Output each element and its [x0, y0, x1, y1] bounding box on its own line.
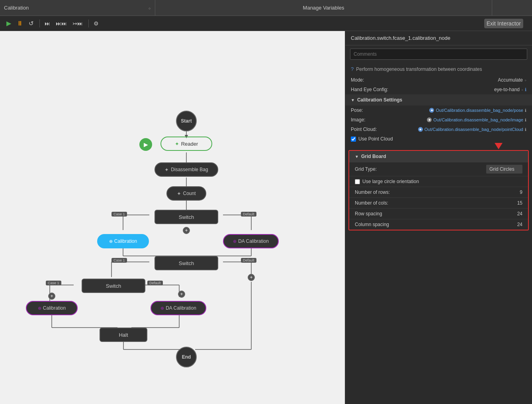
image-label: Image:: [351, 117, 399, 123]
mode-value: Accumulate: [498, 77, 523, 83]
add-btn-default[interactable]: +: [248, 274, 255, 281]
main-layout: Start ▶ ✦ Reader ✦ Disassemble Bag ✦ Cou…: [0, 31, 532, 404]
disassemble-node[interactable]: ✦ Disassemble Bag: [155, 162, 218, 177]
count-node[interactable]: ✦ Count: [166, 186, 206, 201]
hand-eye-row: Hand Eye Config: eye-to-hand ⬦ ℹ: [345, 85, 532, 94]
node-title-bar: Calibration.switch.fcase_1.calibration_n…: [345, 31, 532, 45]
toolbar-divider2: [88, 20, 89, 27]
image-ext-icon: ℹ: [525, 118, 526, 122]
cal2-icon: ⊕: [38, 306, 41, 311]
add-btn-switch1[interactable]: +: [183, 227, 190, 234]
calibration1-label: Calibration: [114, 238, 137, 244]
num-rows-value: 9: [419, 189, 522, 195]
grid-board-arrow-icon: ▼: [355, 154, 359, 159]
switch3-label: Switch: [106, 283, 121, 289]
case1-badge-switch3: Case 1: [46, 281, 61, 285]
mode-value-container[interactable]: Accumulate ⬦: [399, 77, 526, 83]
point-cloud-value: Out/Calibration.disassemble_bag_node/poi…: [424, 127, 523, 132]
calibration-settings-header[interactable]: ▼ Calibration Settings: [345, 94, 532, 105]
grid-board-title: Grid Board: [361, 154, 386, 159]
switch2-node[interactable]: Switch: [155, 256, 218, 270]
node-title-text: Calibration.switch.fcase_1.calibration_n…: [351, 35, 450, 41]
exit-interactor-button[interactable]: Exit Interactor: [484, 19, 523, 28]
flow-canvas: Start ▶ ✦ Reader ✦ Disassemble Bag ✦ Cou…: [0, 31, 345, 404]
halt-label: Halt: [119, 332, 128, 338]
end-label: End: [182, 354, 191, 360]
pause-button[interactable]: ⏸: [14, 18, 25, 29]
info-text: Perform homogeneous transformation betwe…: [356, 66, 482, 72]
calibration-dropdown[interactable]: Calibration ⬦: [0, 0, 155, 16]
pose-link[interactable]: ◆ Out/Calibration.disassemble_bag_node/p…: [399, 108, 526, 113]
comments-field[interactable]: [350, 49, 527, 60]
hand-eye-info-icon: ℹ: [525, 87, 526, 92]
start-node[interactable]: Start: [176, 111, 197, 131]
add-btn-switch3-left[interactable]: +: [48, 293, 55, 300]
grid-type-row: Grid Type: Grid Circles: [349, 162, 528, 176]
hand-eye-label: Hand Eye Config:: [351, 87, 399, 92]
num-rows-row: Number of rows: 9: [349, 187, 528, 197]
skip-to-end-button[interactable]: ⏭⏭: [53, 19, 69, 28]
point-cloud-label: Point Cloud:: [351, 127, 399, 132]
point-cloud-link[interactable]: ◆ Out/Calibration.disassemble_bag_node/p…: [399, 127, 526, 132]
image-row: Image: ◆ Out/Calibration.disassemble_bag…: [345, 115, 532, 125]
calibration2-node[interactable]: ⊕ Calibration: [26, 301, 78, 315]
use-large-circle-checkbox[interactable]: [355, 179, 360, 184]
num-cols-row: Number of cols: 15: [349, 197, 528, 208]
mode-label: Mode:: [351, 77, 399, 83]
num-cols-label: Number of cols:: [355, 200, 419, 206]
play-button[interactable]: ▶: [4, 18, 14, 29]
play-btn-reader[interactable]: ▶: [139, 138, 152, 151]
num-cols-value: 15: [419, 200, 522, 206]
image-link[interactable]: ◆ Out/Calibration.disassemble_bag_node/i…: [399, 117, 526, 122]
top-bar: Calibration ⬦ Manage Variables: [0, 0, 532, 16]
case1-badge-switch1: Case 1: [111, 212, 127, 217]
col-spacing-row: Column spacing 24: [349, 219, 528, 230]
use-point-cloud-row: Use Point Cloud: [345, 134, 532, 144]
grid-type-select[interactable]: Grid Circles: [486, 165, 522, 174]
switch1-label: Switch: [179, 214, 194, 220]
row-spacing-label: Row spacing: [355, 211, 419, 217]
start-label: Start: [181, 118, 192, 124]
calibration2-label: Calibration: [43, 305, 66, 311]
halt-node[interactable]: Halt: [100, 328, 147, 342]
grid-board-header[interactable]: ▼ Grid Board: [349, 151, 528, 162]
toolbar: ▶ ⏸ ↺ ⏭ ⏭⏭ ↣⏭ ⚙ Exit Interactor: [0, 16, 532, 31]
num-rows-label: Number of rows:: [355, 189, 419, 195]
point-cloud-ext-icon: ℹ: [525, 127, 526, 132]
refresh-button[interactable]: ↺: [26, 18, 36, 29]
pose-label: Pose:: [351, 107, 399, 113]
switch3-node[interactable]: Switch: [82, 279, 145, 293]
toolbar-divider: [39, 20, 40, 27]
mode-row: Mode: Accumulate ⬦: [345, 75, 532, 85]
disassemble-label: Disassemble Bag: [171, 167, 208, 172]
comments-input[interactable]: [350, 49, 527, 60]
switch1-node[interactable]: Switch: [155, 210, 218, 224]
use-point-cloud-label: Use Point Cloud: [358, 136, 393, 142]
grid-type-label: Grid Type:: [355, 166, 419, 172]
forward-button[interactable]: ↣⏭: [70, 19, 85, 28]
manage-variables-button[interactable]: Manage Variables: [303, 5, 344, 11]
calibration-label: Calibration: [4, 5, 147, 11]
end-node[interactable]: End: [176, 347, 197, 367]
calibration1-node[interactable]: ⊕ Calibration: [97, 234, 149, 248]
cal-settings-title: Calibration Settings: [357, 97, 402, 103]
use-point-cloud-checkbox[interactable]: [351, 137, 356, 142]
canvas-area[interactable]: Start ▶ ✦ Reader ✦ Disassemble Bag ✦ Cou…: [0, 31, 345, 404]
point-cloud-row: Point Cloud: ◆ Out/Calibration.disassemb…: [345, 125, 532, 134]
step-next-button[interactable]: ⏭: [42, 19, 53, 28]
hand-eye-value: eye-to-hand: [494, 87, 520, 92]
col-spacing-label: Column spacing: [355, 222, 419, 227]
settings-button[interactable]: ⚙: [91, 19, 101, 28]
da-calibration2-node[interactable]: ⊕ DA Calibration: [151, 301, 206, 315]
da-calibration1-node[interactable]: ⊕ DA Calibration: [223, 234, 279, 248]
reader-node[interactable]: ✦ Reader: [160, 137, 212, 151]
image-link-icon: ◆: [427, 117, 432, 122]
use-large-circle-label: Use large circle orientation: [362, 179, 419, 184]
switch2-label: Switch: [179, 260, 194, 266]
default-badge-switch2: Default: [241, 258, 256, 263]
default-badge-switch1: Default: [241, 212, 256, 217]
da-cal2-icon: ⊕: [160, 306, 164, 311]
use-large-circle-row: Use large circle orientation: [349, 176, 528, 187]
add-btn-switch3[interactable]: +: [178, 291, 185, 298]
count-label: Count: [183, 191, 196, 196]
